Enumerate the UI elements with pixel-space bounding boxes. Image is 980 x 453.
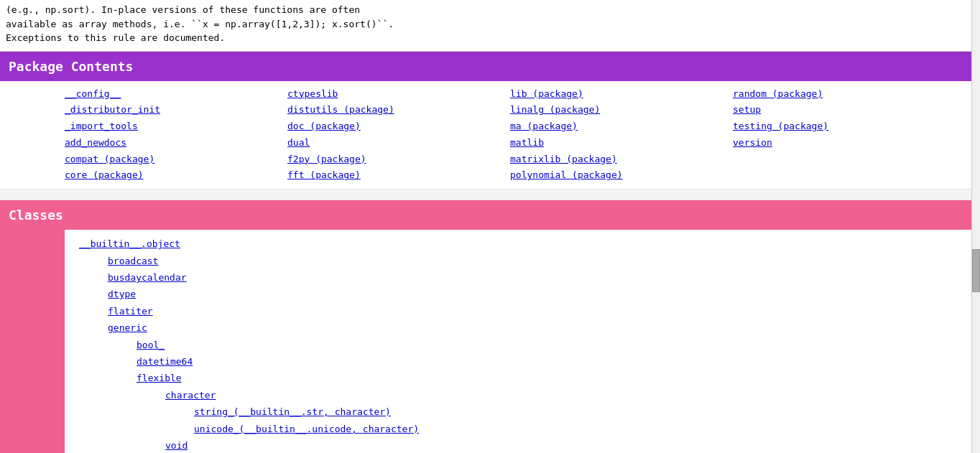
package-link[interactable]: dual (287, 136, 510, 151)
classes-left-margin (0, 230, 65, 453)
class-link[interactable]: busdaycalendar (108, 272, 187, 283)
class-link[interactable]: bool_ (137, 340, 165, 350)
class-tree-item: generic (108, 319, 974, 336)
package-link[interactable]: matlib (510, 136, 733, 151)
package-link[interactable]: f2py (package) (287, 152, 510, 167)
class-tree-item: __builtin__.object (79, 235, 974, 252)
class-link[interactable]: unicode_(__builtin__.unicode, character) (194, 424, 419, 434)
class-link[interactable]: character (165, 390, 216, 401)
class-tree-item: datetime64 (137, 353, 974, 370)
package-contents-body: __config___distributor_init_import_tools… (0, 81, 980, 190)
package-link[interactable]: ctypeslib (287, 87, 510, 102)
class-link[interactable]: generic (108, 322, 147, 333)
package-link[interactable]: distutils (package) (287, 103, 510, 118)
package-col-0: __config___distributor_init_import_tools… (65, 87, 287, 184)
package-link[interactable]: random (package) (733, 87, 956, 102)
package-col-1: ctypeslibdistutils (package)doc (package… (287, 87, 510, 184)
package-col-3: random (package)setuptesting (package)ve… (733, 87, 956, 184)
section-divider (0, 189, 980, 200)
package-link[interactable]: compat (package) (65, 152, 287, 167)
class-tree-item: string_(__builtin__.str, character) (194, 403, 974, 420)
package-link[interactable]: core (package) (65, 168, 287, 183)
package-link[interactable]: polynomial (package) (510, 168, 733, 183)
class-tree-item: busdaycalendar (108, 269, 974, 286)
class-tree-item: dtype (108, 286, 974, 302)
package-contents-header: Package Contents (0, 52, 980, 81)
package-link[interactable]: lib (package) (510, 87, 733, 102)
classes-section: Classes __builtin__.objectbroadcastbusda… (0, 200, 980, 453)
class-link[interactable]: datetime64 (137, 356, 193, 367)
top-text-block: (e.g., np.sort). In-place versions of th… (0, 0, 980, 52)
classes-tree-container: __builtin__.objectbroadcastbusdaycalenda… (65, 230, 980, 453)
class-tree-item: flexible (137, 370, 974, 386)
class-tree-item: unicode_(__builtin__.unicode, character) (194, 421, 974, 437)
class-link[interactable]: dtype (108, 289, 136, 299)
package-link[interactable]: fft (package) (287, 168, 510, 183)
package-col-2: lib (package)linalg (package)ma (package… (510, 87, 733, 184)
package-link[interactable]: ma (package) (510, 119, 733, 134)
class-tree-item: broadcast (108, 253, 974, 269)
package-link[interactable]: matrixlib (package) (510, 152, 733, 167)
class-link[interactable]: string_(__builtin__.str, character) (194, 406, 391, 417)
class-link[interactable]: void (165, 440, 188, 451)
class-link[interactable]: broadcast (108, 256, 158, 266)
class-link[interactable]: __builtin__.object (79, 238, 180, 249)
class-tree-item: bool_ (137, 337, 974, 353)
class-link[interactable]: flatiter (108, 306, 153, 317)
package-link[interactable]: version (733, 136, 956, 151)
package-contents-section: Package Contents __config___distributor_… (0, 52, 980, 190)
class-link[interactable]: flexible (137, 373, 182, 383)
class-tree-item: void (165, 437, 974, 453)
scrollbar-track[interactable] (971, 0, 980, 453)
classes-header: Classes (0, 200, 980, 230)
package-link[interactable]: __config__ (65, 87, 287, 102)
package-link[interactable]: testing (package) (733, 119, 956, 134)
package-link[interactable]: doc (package) (287, 119, 510, 134)
package-link[interactable]: _distributor_init (65, 103, 287, 118)
class-tree-item: character (165, 387, 974, 403)
class-tree-item: flatiter (108, 303, 974, 319)
package-link[interactable]: add_newdocs (65, 136, 287, 151)
package-link[interactable]: setup (733, 103, 956, 118)
scrollbar-thumb[interactable] (972, 249, 980, 292)
classes-body: __builtin__.objectbroadcastbusdaycalenda… (0, 230, 980, 453)
package-link[interactable]: _import_tools (65, 119, 287, 134)
package-link[interactable]: linalg (package) (510, 103, 733, 118)
